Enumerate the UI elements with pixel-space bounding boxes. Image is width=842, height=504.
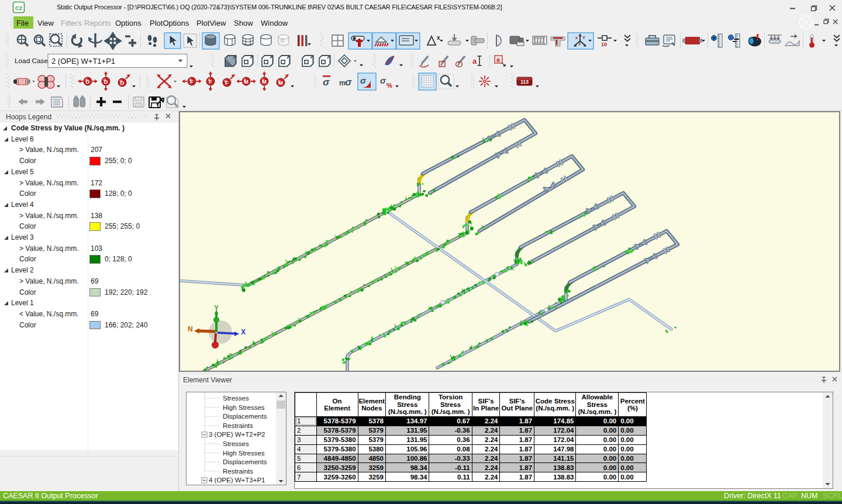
svg-text:Displacements: Displacements [223,458,267,465]
svg-text:F: F [190,78,194,85]
svg-text:M: M [244,78,249,85]
svg-text:4 (OPE) W+T3+P1: 4 (OPE) W+T3+P1 [209,477,265,484]
svg-text:a: a [496,56,500,63]
svg-text:X: X [241,328,246,336]
svg-text:Stresses: Stresses [223,395,249,402]
svg-text:3 (OPE) W+T2+P2: 3 (OPE) W+T2+P2 [209,431,265,438]
svg-text:Y: Y [214,304,219,312]
svg-text:F: F [209,78,212,85]
svg-text:High Stresses: High Stresses [223,404,265,411]
svg-text:Load Case: Load Case [15,57,48,65]
svg-text:N: N [188,325,193,333]
svg-text:C2: C2 [15,5,22,11]
svg-text:Hoops Legend: Hoops Legend [6,113,51,121]
svg-text:a: a [472,57,477,65]
svg-text:Y: Y [582,35,585,40]
svg-text:Stresses: Stresses [223,440,249,447]
svg-text:σ: σ [345,77,352,88]
svg-text:D: D [104,78,108,85]
svg-text:High Stresses: High Stresses [223,450,265,457]
svg-text:2 (OPE) W+T1+P1: 2 (OPE) W+T1+P1 [51,57,115,65]
svg-text:10: 10 [601,42,607,47]
svg-text:M: M [262,78,267,85]
svg-text:σ: σ [360,75,367,85]
svg-text:D: D [86,78,90,85]
svg-text:x: x [437,34,440,41]
svg-text:Restraints: Restraints [223,422,253,429]
svg-text:%: % [387,82,392,89]
svg-text:113: 113 [520,79,529,85]
svg-text:F: F [225,80,229,86]
svg-text:Displacements: Displacements [223,413,267,420]
svg-text:Element Viewer: Element Viewer [183,376,232,384]
svg-text:M: M [278,80,283,86]
svg-text:Restraints: Restraints [223,468,253,475]
svg-text:σ: σ [380,75,387,85]
svg-text:z: z [579,41,581,46]
svg-text:σ: σ [323,77,330,88]
svg-text:D: D [120,80,125,86]
